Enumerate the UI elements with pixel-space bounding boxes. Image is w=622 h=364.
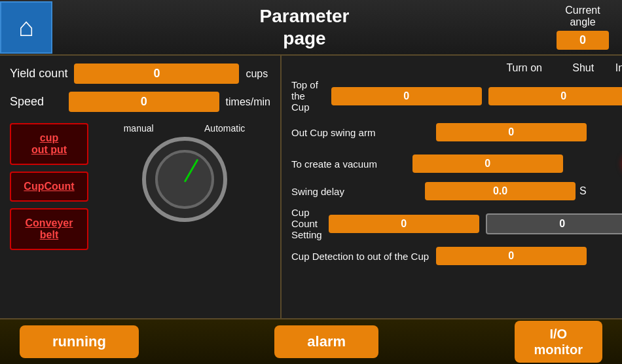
swing-arm-label: Out Cup swing arm bbox=[291, 127, 430, 138]
cup-output-button[interactable]: cupout put bbox=[10, 123, 88, 165]
right-panel: Turn on Shut Instructions Top of the Cup… bbox=[282, 56, 622, 357]
manual-label: manual bbox=[124, 123, 154, 134]
side-buttons: cupout put CupCount Conveyerbelt bbox=[10, 123, 88, 250]
top-cup-label: Top of the Cup bbox=[291, 79, 325, 113]
gauge[interactable] bbox=[142, 137, 227, 222]
speed-unit: times/min bbox=[226, 96, 270, 108]
col-instructions-header: Instructions bbox=[613, 62, 622, 74]
alarm-button[interactable]: alarm bbox=[274, 325, 378, 358]
cup-detection-label: Cup Detection to out of the Cup bbox=[291, 251, 430, 262]
left-panel: Yield count cups Speed times/min cupout … bbox=[0, 56, 282, 357]
vacuum-turn-on[interactable] bbox=[412, 155, 563, 173]
mode-labels: manual Automatic bbox=[98, 123, 270, 134]
speed-row: Speed times/min bbox=[10, 92, 270, 112]
param-row-swing-arm: Out Cup swing arm bbox=[291, 119, 622, 145]
page-title: Parameter page bbox=[52, 5, 557, 49]
top-cup-turn-on[interactable] bbox=[331, 87, 482, 105]
io-monitor-button[interactable]: I/Omonitor bbox=[515, 321, 602, 363]
param-row-swing-delay: Swing delay S bbox=[291, 182, 622, 200]
cup-count-setting-label: Cup Count Setting bbox=[291, 207, 322, 240]
current-angle-label: Currentangle bbox=[565, 5, 600, 28]
param-row-cup-count-setting: Cup Count Setting bbox=[291, 207, 622, 240]
col-shut-header: Shut bbox=[560, 62, 606, 74]
top-cup-shut[interactable] bbox=[488, 87, 622, 105]
mode-area: cupout put CupCount Conveyerbelt manual … bbox=[10, 123, 270, 250]
cup-count-setting-shut[interactable] bbox=[486, 213, 622, 234]
top-bar: ⌂ Parameter page Currentangle 0 bbox=[0, 0, 622, 56]
param-row-cup-detection: Cup Detection to out of the Cup bbox=[291, 247, 622, 265]
cup-count-setting-turn-on[interactable] bbox=[329, 215, 479, 233]
param-row-vacuum: To create a vacuum bbox=[291, 152, 622, 175]
speed-label: Speed bbox=[10, 95, 62, 109]
swing-delay-unit: S bbox=[579, 185, 587, 197]
yield-count-label: Yield count bbox=[10, 67, 67, 81]
conveyer-belt-button[interactable]: Conveyerbelt bbox=[10, 208, 88, 250]
current-angle-value: 0 bbox=[557, 31, 609, 50]
vacuum-label: To create a vacuum bbox=[291, 158, 406, 170]
gauge-needle bbox=[183, 159, 198, 183]
yield-count-row: Yield count cups bbox=[10, 64, 270, 84]
home-button[interactable]: ⌂ bbox=[0, 1, 52, 54]
running-button[interactable]: running bbox=[20, 325, 139, 358]
gauge-inner bbox=[155, 150, 214, 209]
col-turn-on-header: Turn on bbox=[495, 62, 554, 74]
current-angle-section: Currentangle 0 bbox=[557, 5, 609, 50]
swing-delay-value[interactable] bbox=[425, 182, 576, 200]
main-area: Yield count cups Speed times/min cupout … bbox=[0, 56, 622, 357]
swing-delay-label: Swing delay bbox=[291, 186, 418, 197]
cup-count-button[interactable]: CupCount bbox=[10, 172, 88, 202]
bottom-bar: running alarm I/Omonitor bbox=[0, 318, 622, 364]
swing-arm-turn-on[interactable] bbox=[436, 123, 587, 141]
cup-detection-turn-on[interactable] bbox=[436, 247, 587, 265]
home-icon: ⌂ bbox=[18, 12, 34, 42]
param-row-top-cup: Top of the Cup bbox=[291, 79, 622, 113]
yield-count-input[interactable] bbox=[74, 64, 239, 84]
yield-count-unit: cups bbox=[246, 68, 268, 80]
automatic-label: Automatic bbox=[204, 123, 245, 134]
speed-input[interactable] bbox=[69, 92, 219, 112]
gauge-section: manual Automatic bbox=[98, 123, 270, 222]
